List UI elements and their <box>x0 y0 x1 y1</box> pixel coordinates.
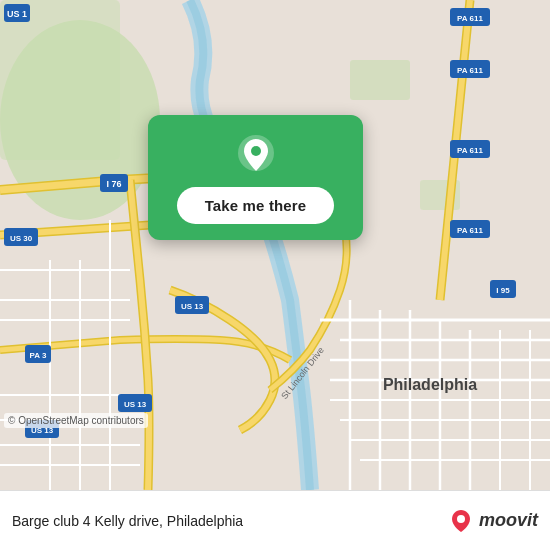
take-me-there-button[interactable]: Take me there <box>177 187 335 224</box>
moovit-logo: moovit <box>447 507 538 535</box>
svg-rect-3 <box>350 60 410 100</box>
location-label: Barge club 4 Kelly drive, Philadelphia <box>12 513 439 529</box>
bottom-bar: Barge club 4 Kelly drive, Philadelphia m… <box>0 490 550 550</box>
svg-text:I 95: I 95 <box>496 286 510 295</box>
location-pin-icon <box>234 133 278 177</box>
svg-text:PA 611: PA 611 <box>457 66 483 75</box>
svg-text:US 13: US 13 <box>124 400 147 409</box>
svg-text:PA 611: PA 611 <box>457 14 483 23</box>
svg-text:Philadelphia: Philadelphia <box>383 376 477 393</box>
svg-text:US 13: US 13 <box>181 302 204 311</box>
svg-text:PA 3: PA 3 <box>30 351 47 360</box>
popup-card: Take me there <box>148 115 363 240</box>
svg-text:PA 611: PA 611 <box>457 226 483 235</box>
moovit-brand-text: moovit <box>479 510 538 531</box>
map-container: US 1 I 76 US 13 US 13 PA 3 US 13 US 30 P… <box>0 0 550 490</box>
svg-point-57 <box>251 146 261 156</box>
svg-text:US 1: US 1 <box>7 9 27 19</box>
svg-rect-2 <box>0 0 120 160</box>
svg-text:US 30: US 30 <box>10 234 33 243</box>
svg-text:PA 611: PA 611 <box>457 146 483 155</box>
moovit-pin-icon <box>447 507 475 535</box>
svg-point-58 <box>457 515 465 523</box>
svg-text:I 76: I 76 <box>106 179 121 189</box>
map-attribution: © OpenStreetMap contributors <box>4 413 148 428</box>
